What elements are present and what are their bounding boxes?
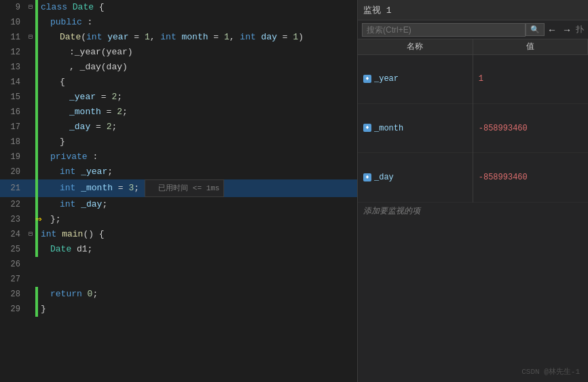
line-number: 21 [0, 179, 26, 197]
line-number: 14 [0, 75, 26, 90]
code-content [38, 272, 357, 287]
token-punct: = [101, 107, 117, 117]
code-row: 19private : [0, 150, 357, 164]
watch-forward-button[interactable]: → [559, 23, 574, 37]
watch-title-bar: 监视 1 [358, 0, 588, 20]
code-content: _month = 2; [38, 105, 357, 120]
token-kw: class [41, 2, 73, 12]
watch-search-button[interactable]: 🔍 [526, 23, 545, 36]
watch-item-row[interactable]: ♦_day-858993460 [358, 153, 588, 202]
fold-gutter [26, 257, 35, 272]
code-row: 26 [0, 257, 357, 272]
token-num: 1 [224, 32, 229, 42]
code-content: _day = 2; [38, 120, 357, 135]
watch-panel: 监视 1 🔍 ← → 扑 名称 值 ♦_year1♦_month-8589934… [357, 0, 588, 382]
watch-col-name: 名称 [358, 39, 473, 54]
code-content: int _year; [38, 164, 357, 179]
fold-icon[interactable]: ⊟ [29, 33, 33, 41]
watch-item-name: ♦_day [358, 153, 473, 202]
token-punct: ) [298, 32, 304, 42]
code-content: }; [38, 212, 357, 227]
fold-icon[interactable]: ⊟ [29, 3, 33, 11]
fold-gutter[interactable]: ⊟ [26, 0, 35, 15]
token-param: year [107, 32, 128, 42]
line-number: 9 [0, 0, 26, 15]
watch-item-icon: ♦ [363, 173, 371, 181]
line-number: 18 [0, 135, 26, 150]
code-row: 17_day = 2; [0, 120, 357, 135]
code-content: } [38, 135, 357, 150]
timing-tooltip: 已用时间 <= 1ms [145, 179, 224, 197]
code-content: return 0; [38, 287, 357, 302]
line-number: 19 [0, 150, 26, 164]
line-number: 24 [0, 227, 26, 242]
code-row: 15_year = 2; [0, 90, 357, 105]
token-punct: ; [102, 199, 107, 209]
token-punct: : [82, 17, 93, 27]
code-row: 24⊟int main() { [0, 227, 357, 242]
token-member: _year [69, 92, 96, 102]
code-row: 21int _month = 3; 已用时间 <= 1ms [0, 179, 357, 197]
fold-gutter [26, 302, 35, 317]
token-punct: = [113, 183, 128, 193]
watch-value-text: 1 [479, 74, 483, 84]
watch-item-value: 1 [473, 54, 587, 103]
watch-item-row[interactable]: ♦_month-858993460 [358, 103, 588, 152]
token-punct: = [96, 92, 111, 102]
token-type: int [41, 229, 62, 239]
watch-item-row[interactable]: ♦_year1 [358, 54, 588, 103]
watch-add-item[interactable]: 添加要监视的项 [358, 203, 588, 220]
fold-gutter [26, 75, 35, 90]
line-number: 23 [0, 212, 26, 227]
code-row: 9⊟class Date { [0, 0, 357, 15]
fold-gutter [26, 212, 35, 227]
fold-gutter [26, 287, 35, 302]
line-number: 10 [0, 15, 26, 30]
fold-gutter [26, 105, 35, 120]
token-punct: = [277, 32, 293, 42]
token-type: int [60, 183, 81, 193]
watch-more: 扑 [576, 24, 584, 35]
line-number: 20 [0, 164, 26, 179]
token-punct: = [90, 122, 106, 132]
token-punct: ( [81, 32, 86, 42]
token-fn-name: main [62, 229, 83, 239]
fold-gutter [26, 197, 35, 212]
token-punct: ; [134, 183, 139, 193]
token-member: _month [69, 107, 101, 117]
code-row: 22int _day; [0, 197, 357, 212]
token-punct: : [88, 152, 98, 162]
token-punct: ; [107, 167, 113, 177]
token-fn-name: Date [60, 32, 81, 42]
watch-back-button[interactable]: ← [545, 23, 559, 37]
code-editor: ⇒ 9⊟class Date {10public :11⊟Date(int ye… [0, 0, 357, 382]
fold-icon[interactable]: ⊟ [29, 230, 33, 238]
token-punct: ; [122, 107, 128, 117]
code-row: 11⊟Date(int year = 1, int month = 1, int… [0, 30, 357, 45]
token-kw: private [50, 152, 88, 162]
watch-table: 名称 值 ♦_year1♦_month-858993460♦_day-85899… [358, 39, 588, 203]
watch-search-input[interactable] [362, 23, 526, 37]
token-num: 1 [145, 32, 150, 42]
fold-gutter[interactable]: ⊟ [26, 227, 35, 242]
token-punct: () { [83, 229, 104, 239]
code-content: int main() { [38, 227, 357, 242]
token-punct: } [41, 304, 46, 314]
token-punct: , [229, 32, 240, 42]
code-row: 29} [0, 302, 357, 317]
fold-gutter [26, 45, 35, 60]
fold-gutter [26, 272, 35, 287]
fold-gutter [26, 90, 35, 105]
code-row: 27 [0, 272, 357, 287]
code-row: 23}; [0, 212, 357, 227]
watch-search-bar[interactable]: 🔍 ← → 扑 [358, 20, 588, 39]
code-row: 18} [0, 135, 357, 150]
token-class-name: Date [73, 2, 94, 12]
fold-gutter [26, 60, 35, 75]
token-punct: } [60, 137, 65, 147]
code-content: private : [38, 150, 357, 164]
token-param: month [182, 32, 208, 42]
token-type: int [240, 32, 261, 42]
code-row: 16_month = 2; [0, 105, 357, 120]
fold-gutter[interactable]: ⊟ [26, 30, 35, 45]
